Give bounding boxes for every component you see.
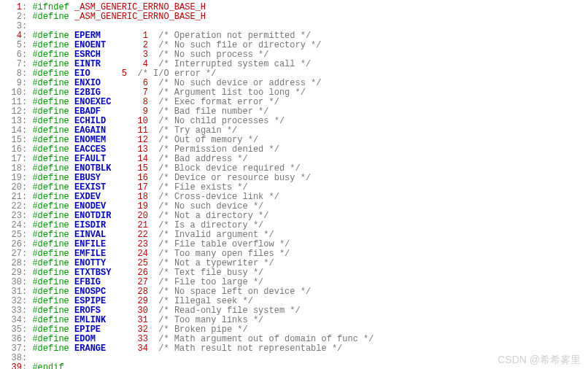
line-content: #define ERANGE 34 /* Math result not rep… [32, 343, 342, 354]
code-block: 1: #ifndef _ASM_GENERIC_ERRNO_BASE_H2: #… [3, 3, 585, 369]
line-content: #define EBUSY 16 /* Device or resource b… [32, 173, 311, 183]
line-content: #define EXDEV 18 /* Cross-device link */ [32, 192, 279, 202]
code-line: 2: #define _ASM_GENERIC_ERRNO_BASE_H [3, 12, 585, 22]
line-content: #define EINVAL 22 /* Invalid argument */ [32, 230, 274, 240]
line-content: #define EIO 5 /* I/O error */ [32, 69, 216, 79]
line-content: #define ETXTBSY 26 /* Text file busy */ [32, 268, 263, 278]
watermark: CSDN @希希雾里 [498, 355, 581, 365]
line-content: #define ENFILE 23 /* File table overflow… [32, 239, 290, 249]
line-content: #define ESPIPE 29 /* Illegal seek */ [32, 296, 253, 306]
line-number: 39 [3, 363, 22, 369]
line-content: #define _ASM_GENERIC_ERRNO_BASE_H [32, 12, 206, 22]
line-content: #define ENOTDIR 20 /* Not a directory */ [32, 211, 268, 221]
line-content: #define ENOTBLK 15 /* Block device requi… [32, 163, 300, 174]
line-content: #define ECHILD 10 /* No child processes … [32, 116, 285, 126]
line-content: #define E2BIG 7 /* Argument list too lon… [32, 88, 306, 98]
line-content: #define EROFS 30 /* Read-only file syste… [32, 306, 300, 316]
line-content: #define ENODEV 19 /* No such device */ [32, 201, 263, 211]
line-content: #define ENOEXEC 8 /* Exec format error *… [32, 97, 279, 107]
line-content: #define ENXIO 6 /* No such device or add… [32, 78, 321, 88]
line-content: #define EMLINK 31 /* Too many links */ [32, 315, 263, 325]
line-content: #define EBADF 9 /* Bad file number */ [32, 106, 268, 117]
line-content: #define ENOSPC 28 /* No space left on de… [32, 287, 311, 297]
line-content: #define ENOTTY 25 /* Not a typewriter */ [32, 258, 274, 268]
line-content: #define ESRCH 3 /* No such process */ [32, 50, 268, 60]
line-content: #define EPIPE 32 /* Broken pipe */ [32, 325, 247, 335]
line-content: #define EACCES 13 /* Permission denied *… [32, 144, 279, 155]
line-content: #define EPERM 1 /* Operation not permitt… [32, 31, 311, 41]
line-content: #endif [32, 362, 63, 369]
line-content: #define EISDIR 21 /* Is a directory */ [32, 220, 263, 230]
line-content: #define EEXIST 17 /* File exists */ [32, 182, 247, 193]
line-content: #define EMFILE 24 /* Too many open files… [32, 249, 290, 259]
line-content: #define EINTR 4 /* Interrupted system ca… [32, 59, 311, 69]
line-content: #define EAGAIN 11 /* Try again */ [32, 125, 237, 136]
code-line: 37: #define ERANGE 34 /* Math result not… [3, 344, 585, 354]
line-content: #define ENOMEM 12 /* Out of memory */ [32, 135, 258, 145]
line-content: #ifndef _ASM_GENERIC_ERRNO_BASE_H [32, 2, 206, 12]
line-content: #define EFBIG 27 /* File too large */ [32, 277, 263, 287]
line-content: #define ENOENT 2 /* No such file or dire… [32, 40, 321, 50]
line-content: #define EDOM 33 /* Math argument out of … [32, 334, 374, 344]
line-content: #define EFAULT 14 /* Bad address */ [32, 154, 247, 164]
